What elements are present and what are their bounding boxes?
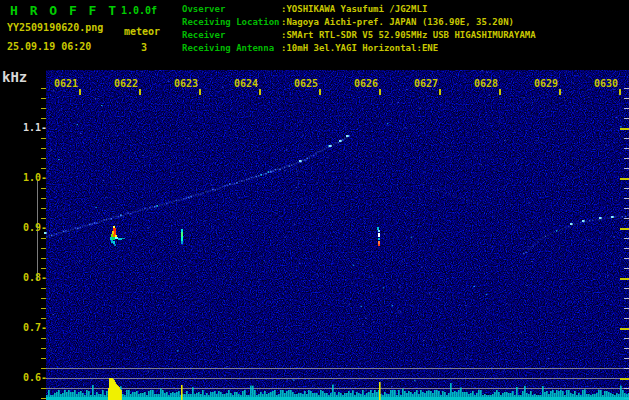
mode-label: meteor: [124, 27, 160, 37]
x-tick-label: 0630: [594, 79, 618, 89]
x-tick-label: 0628: [474, 79, 498, 89]
x-tick-label: 0623: [174, 79, 198, 89]
axis-labels-layer: 0621062206230624062506260627062806290630…: [0, 0, 629, 400]
info-label: Receiving Antenna: [182, 44, 274, 53]
y-tick-label: 0.6-: [23, 373, 47, 383]
y-axis-unit: kHz: [2, 70, 27, 84]
info-label: Receiving Location: [182, 18, 280, 27]
x-tick-label: 0626: [354, 79, 378, 89]
y-tick-label: 1.0-: [23, 173, 47, 183]
x-tick-label: 0627: [414, 79, 438, 89]
meteor-count: 3: [141, 43, 147, 53]
output-filename: YY2509190620.png: [7, 23, 103, 33]
info-value: :Nagoya Aichi-pref. JAPAN (136.90E, 35.2…: [281, 18, 514, 27]
app-version: 1.0.0f: [121, 6, 157, 16]
y-tick-label: 1.1-: [23, 123, 47, 133]
info-value: :SMArt RTL-SDR V5 52.905MHz USB HIGASHIM…: [281, 31, 536, 40]
datetime-label: 25.09.19 06:20: [7, 42, 91, 52]
y-tick-label: 0.8-: [23, 273, 47, 283]
info-label: Receiver: [182, 31, 225, 40]
x-tick-label: 0621: [54, 79, 78, 89]
app-title: H R O F F T: [10, 4, 118, 17]
info-label: Ovserver: [182, 5, 225, 14]
info-value: :YOSHIKAWA Yasufumi /JG2MLI: [281, 5, 427, 14]
x-tick-label: 0622: [114, 79, 138, 89]
x-tick-label: 0629: [534, 79, 558, 89]
y-tick-label: 0.7-: [23, 323, 47, 333]
x-tick-label: 0624: [234, 79, 258, 89]
y-tick-label: 0.9-: [23, 223, 47, 233]
x-tick-label: 0625: [294, 79, 318, 89]
hrofft-window: 0621062206230624062506260627062806290630…: [0, 0, 629, 400]
info-value: :10mH 3el.YAGI Horizontal:ENE: [281, 44, 438, 53]
